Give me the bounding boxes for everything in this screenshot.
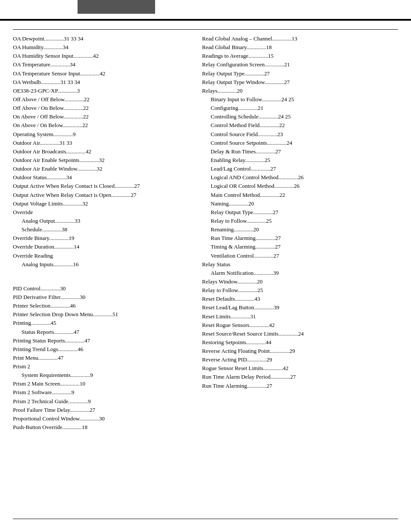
index-entry: Printer Selection..............46 <box>13 302 189 310</box>
index-entry: Schedule..............38 <box>13 225 189 234</box>
index-entry: Ventilation Control..............27 <box>202 252 398 260</box>
index-entry: Outdoor Status..............34 <box>13 173 189 182</box>
index-entry: Rogue Sensor Reset Limits..............4… <box>202 364 398 373</box>
index-entry: Relay Output Type Window..............27 <box>202 78 398 87</box>
index-entry: Relay Status <box>202 260 398 269</box>
index-entry: PID Control..............30 <box>13 284 189 293</box>
left-column: OA Dewpoint..............31 33 34OA Humi… <box>13 34 198 515</box>
index-entry: Proportional Control Window.............… <box>13 414 189 423</box>
index-entry: Output Active When Relay Contact is Open… <box>13 191 189 199</box>
index-entry: Relays..............20 <box>202 87 398 95</box>
main-content: OA Dewpoint..............31 33 34OA Humi… <box>13 34 398 515</box>
index-entry: Status Reports..............47 <box>13 328 189 336</box>
index-entry: Operating System..............9 <box>13 130 189 139</box>
index-entry: Delay & Run Times..............27 <box>202 147 398 156</box>
index-entry: OA Temperature..............34 <box>13 60 189 69</box>
index-entry: Override Binary..............19 <box>13 234 189 243</box>
index-entry: Alarm Notification..............39 <box>202 269 398 277</box>
right-column: Read Global Analog – Channel............… <box>198 34 398 515</box>
index-entry: Run Time Alarm Delay Period.............… <box>202 373 398 381</box>
index-entry: Off Above / Off Below..............22 <box>13 95 189 104</box>
index-entry: Reset Limits..............31 <box>202 312 398 321</box>
index-entry: Outdoor Air Enable Window..............3… <box>13 165 189 173</box>
index-entry: Read Global Analog – Channel............… <box>202 34 398 43</box>
footer-line <box>13 519 398 519</box>
index-entry: Relays Window..............20 <box>202 277 398 286</box>
index-entry: Renaming..............20 <box>202 225 398 234</box>
index-entry: Run Time Alarming..............27 <box>202 382 398 390</box>
index-entry: Outdoor Air Enable Setpoints............… <box>13 156 189 165</box>
section-gap <box>13 277 189 284</box>
index-entry: OA Humidity Sensor Input..............42 <box>13 52 189 60</box>
index-entry: OA Temperature Sensor Input.............… <box>13 69 189 78</box>
index-entry: Relay Configuration Screen..............… <box>202 60 398 69</box>
index-entry: Printing Trend Logs..............46 <box>13 345 189 354</box>
index-entry: Configuring..............21 <box>202 104 398 112</box>
index-entry: Printing Status Reports..............47 <box>13 336 189 345</box>
index-entry: Prism 2 <box>13 362 189 371</box>
index-entry: Relay to Follow..............25 <box>202 217 398 225</box>
index-entry: Print Menu..............47 <box>13 354 189 362</box>
header-bottom-line <box>0 19 411 20</box>
index-entry: OA Dewpoint..............31 33 34 <box>13 34 189 43</box>
index-entry: Off Above / On Below..............22 <box>13 104 189 112</box>
index-entry: Reset Lead/Lag Button..............39 <box>202 303 398 312</box>
index-entry: On Above / Off Below..............22 <box>13 112 189 121</box>
index-entry: Reset Rogue Sensors..............42 <box>202 321 398 330</box>
index-entry: Reset Source/Reset Source Limits........… <box>202 330 398 338</box>
header-tab <box>78 0 155 14</box>
index-entry: Run Time Alarming..............27 <box>202 234 398 243</box>
index-entry: PID Derivative Filter..............30 <box>13 293 189 302</box>
index-entry: Printing..............45 <box>13 319 189 327</box>
index-entry: Output Voltage Limits..............32 <box>13 199 189 208</box>
index-entry: Output Active When Relay Contact is Clos… <box>13 182 189 190</box>
section-gap <box>13 269 189 277</box>
index-entry: Override Reading <box>13 252 189 260</box>
index-entry: Prism 2 Software..............9 <box>13 388 189 397</box>
index-entry: On Above / On Below..............22 <box>13 121 189 130</box>
index-entry: Read Global Binary..............18 <box>202 43 398 52</box>
index-entry: Enabling Relay..............25 <box>202 156 398 165</box>
index-entry: Override <box>13 208 189 217</box>
top-separator-line <box>13 29 398 30</box>
index-entry: Relay Output Type..............27 <box>202 208 398 217</box>
index-entry: Control Method Field..............22 <box>202 121 398 130</box>
index-entry: Control Source Field..............23 <box>202 130 398 139</box>
index-entry: Naming..............20 <box>202 199 398 208</box>
index-entry: Reset Defaults..............43 <box>202 295 398 303</box>
index-entry: System Requirements..............9 <box>13 371 189 380</box>
index-entry: Control Source Setpoints..............24 <box>202 139 398 147</box>
index-entry: Logical AND Control Method..............… <box>202 173 398 182</box>
index-entry: Timing & Alarming..............27 <box>202 243 398 251</box>
index-entry: OA Humidity..............34 <box>13 43 189 52</box>
index-entry: Restoring Setpoints..............44 <box>202 338 398 347</box>
index-entry: Lead/Lag Control..............27 <box>202 165 398 173</box>
index-entry: OE338-23-GPC-XP..............3 <box>13 87 189 95</box>
index-entry: Reverse Acting Floating Point...........… <box>202 347 398 355</box>
index-entry: Controlling Schedule..............24 25 <box>202 112 398 121</box>
index-entry: Outdoor Air Broadcasts..............42 <box>13 147 189 156</box>
index-entry: Binary Input to Follow..............24 2… <box>202 95 398 104</box>
index-entry: Relay Output Type..............27 <box>202 69 398 78</box>
index-entry: Readings to Average..............15 <box>202 52 398 60</box>
index-entry: OA Wetbulb..............31 33 34 <box>13 78 189 87</box>
index-entry: Reverse Acting PID..............29 <box>202 355 398 364</box>
index-entry: Relay to Follow..............25 <box>202 286 398 295</box>
header <box>0 0 411 21</box>
index-entry: Override Duration..............14 <box>13 243 189 251</box>
index-entry: Outdoor Air..............31 33 <box>13 139 189 147</box>
index-entry: Proof Failure Time Delay..............27 <box>13 406 189 414</box>
index-entry: Push-Button Override..............18 <box>13 423 189 432</box>
index-entry: Analog Output..............33 <box>13 217 189 225</box>
index-entry: Printer Selection Drop Down Menu........… <box>13 310 189 319</box>
index-entry: Logical OR Control Method..............2… <box>202 182 398 190</box>
index-entry: Main Control Method..............22 <box>202 191 398 199</box>
index-entry: Analog Inputs..............16 <box>13 260 189 269</box>
index-entry: Prism 2 Main Screen..............10 <box>13 380 189 388</box>
index-entry: Prism 2 Technical Guide..............9 <box>13 397 189 406</box>
